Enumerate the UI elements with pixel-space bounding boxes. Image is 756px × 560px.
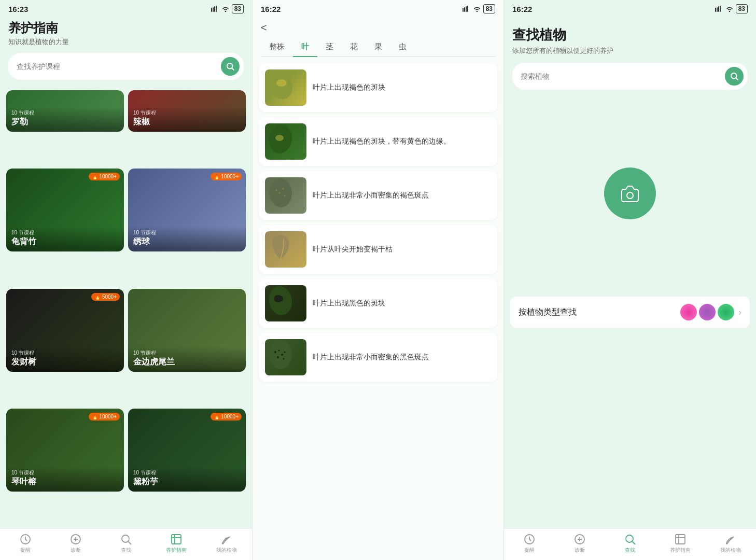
nav-diagnose-3[interactable]: 诊断 <box>554 533 605 554</box>
nav-care-guide-3[interactable]: 养护指南 <box>655 533 706 554</box>
search-icon <box>120 533 132 545</box>
svg-line-6 <box>232 68 234 70</box>
tab-whole-plant[interactable]: 整株 <box>261 38 293 57</box>
tab-fruit[interactable]: 果 <box>366 38 390 57</box>
svg-point-16 <box>476 11 478 12</box>
find-search-bar[interactable] <box>512 63 748 90</box>
camera-area <box>504 96 756 290</box>
disease-thumb-3 <box>265 177 306 214</box>
nav-label-diagnose: 诊断 <box>71 547 81 554</box>
nav-label-find: 查找 <box>121 547 131 554</box>
disease-desc-6: 叶片上出现非常小而密集的黑色斑点 <box>313 352 491 362</box>
svg-rect-38 <box>720 6 721 12</box>
thumb-1 <box>680 304 697 320</box>
disease-item-6[interactable]: 叶片上出现非常小而密集的黑色斑点 <box>259 333 497 382</box>
leaf-icon <box>220 533 233 545</box>
svg-point-4 <box>225 11 226 12</box>
tab-pest[interactable]: 虫 <box>390 38 415 57</box>
svg-point-24 <box>282 188 284 190</box>
plant-card-info: 10 节课程 龟背竹 <box>6 226 124 251</box>
tab-leaf[interactable]: 叶 <box>293 38 317 57</box>
svg-point-28 <box>268 339 293 370</box>
disease-desc-3: 叶片上出现非常小而密集的褐色斑点 <box>313 190 491 201</box>
disease-desc-5: 叶片上出现黑色的斑块 <box>313 298 491 309</box>
plant-badge: 🔥 5000+ <box>91 293 120 301</box>
thumb-3 <box>718 304 734 320</box>
nav-find[interactable]: 查找 <box>101 533 151 554</box>
disease-item-2[interactable]: 叶片上出现褐色的斑块，带有黄色的边缘。 <box>259 117 497 166</box>
chevron-right-icon: › <box>738 307 741 318</box>
nav-reminder-3[interactable]: 提醒 <box>504 533 554 554</box>
browse-by-type[interactable]: 按植物类型查找 › <box>510 297 750 328</box>
disease-item-3[interactable]: 叶片上出现非常小而密集的褐色斑点 <box>259 171 497 220</box>
status-icons-1: 83 <box>211 4 244 13</box>
svg-point-30 <box>278 350 280 352</box>
nav-my-plants[interactable]: 我的植物 <box>202 533 252 554</box>
nav-label-care-guide: 养护指南 <box>166 547 187 554</box>
find-search-button[interactable] <box>725 67 744 86</box>
svg-rect-15 <box>467 6 468 12</box>
plant-card-monstera[interactable]: 🔥 10000+ 10 节课程 龟背竹 <box>6 169 124 251</box>
nav-label-care-guide-3: 养护指南 <box>670 547 691 554</box>
plant-grid: 10 节课程 罗勒 10 节课程 辣椒 🔥 10000+ 10 节课程 龟背竹 … <box>0 86 252 528</box>
disease-thumb-5 <box>265 285 306 321</box>
tab-flower[interactable]: 花 <box>342 38 366 57</box>
back-button[interactable]: < <box>261 20 267 36</box>
svg-point-45 <box>626 535 633 542</box>
plant-card-ficus[interactable]: 🔥 10000+ 10 节课程 琴叶榕 <box>6 409 124 492</box>
disease-desc-4: 叶片从叶尖开始变褐干枯 <box>313 244 491 255</box>
nav-label-diagnose-3: 诊断 <box>575 547 585 554</box>
plant-card-basil[interactable]: 10 节课程 罗勒 <box>6 90 124 132</box>
plus-circle-icon <box>69 533 82 545</box>
svg-point-31 <box>281 354 283 356</box>
plant-card-info: 10 节课程 黛粉芋 <box>128 466 246 492</box>
status-bar-3: 16:22 83 <box>504 0 756 16</box>
plant-card-pachira[interactable]: 🔥 5000+ 10 节课程 发财树 <box>6 289 124 372</box>
find-search-input[interactable] <box>521 72 721 80</box>
nav-reminder[interactable]: 提醒 <box>0 533 50 554</box>
disease-item-5[interactable]: 叶片上出现黑色的斑块 <box>259 279 497 328</box>
nav-diagnose[interactable]: 诊断 <box>50 533 101 554</box>
svg-point-18 <box>276 79 287 87</box>
nav-label-reminder: 提醒 <box>20 547 31 554</box>
panel2-body: < 整株 叶 茎 花 果 虫 叶片上出现褐色的斑块 <box>253 16 503 560</box>
plant-card-info: 10 节课程 辣椒 <box>128 106 246 132</box>
camera-button[interactable] <box>604 167 656 219</box>
plant-card-pepper[interactable]: 10 节课程 辣椒 <box>128 90 246 132</box>
svg-point-20 <box>275 135 284 141</box>
nav-my-plants-3[interactable]: 我的植物 <box>706 533 756 554</box>
svg-line-10 <box>129 542 132 545</box>
nav-find-3[interactable]: 查找 <box>605 533 655 554</box>
find-plant-subtitle: 添加您所有的植物以便更好的养护 <box>512 46 748 55</box>
svg-rect-37 <box>718 6 719 12</box>
care-search-input[interactable] <box>17 62 217 71</box>
care-search-bar[interactable] <box>8 53 244 80</box>
battery-1: 83 <box>232 4 244 13</box>
disease-item-4[interactable]: 叶片从叶尖开始变褐干枯 <box>259 225 497 274</box>
battery-3: 83 <box>736 4 748 13</box>
care-guide-title: 养护指南 <box>8 20 244 36</box>
svg-rect-12 <box>463 8 464 12</box>
disease-item-1[interactable]: 叶片上出现褐色的斑块 <box>259 63 497 112</box>
plant-card-hydrangea[interactable]: 🔥 10000+ 10 节课程 绣球 <box>128 169 246 251</box>
svg-rect-2 <box>214 6 215 12</box>
svg-point-29 <box>274 351 276 353</box>
svg-rect-1 <box>213 7 214 12</box>
plant-badge: 🔥 10000+ <box>89 173 120 180</box>
plant-card-sansevieria[interactable]: 10 节课程 金边虎尾兰 <box>128 289 246 372</box>
plant-card-dieffenbachia[interactable]: 🔥 10000+ 10 节课程 黛粉芋 <box>128 409 246 492</box>
plant-card-info: 10 节课程 发财树 <box>6 346 124 372</box>
status-icons-2: 83 <box>463 4 495 13</box>
time-3: 16:22 <box>512 5 532 13</box>
nav-care-guide[interactable]: 养护指南 <box>151 533 202 554</box>
care-guide-subtitle: 知识就是植物的力量 <box>8 37 244 47</box>
search-icon-3 <box>624 533 636 545</box>
disease-thumb-2 <box>265 123 306 160</box>
plant-badge: 🔥 10000+ <box>211 173 242 180</box>
leaf-header: < 整株 叶 茎 花 果 虫 <box>253 16 503 57</box>
svg-rect-13 <box>464 7 465 12</box>
tab-stem[interactable]: 茎 <box>317 38 342 57</box>
battery-2: 83 <box>483 4 495 13</box>
svg-point-40 <box>731 73 737 79</box>
care-search-button[interactable] <box>221 57 240 76</box>
